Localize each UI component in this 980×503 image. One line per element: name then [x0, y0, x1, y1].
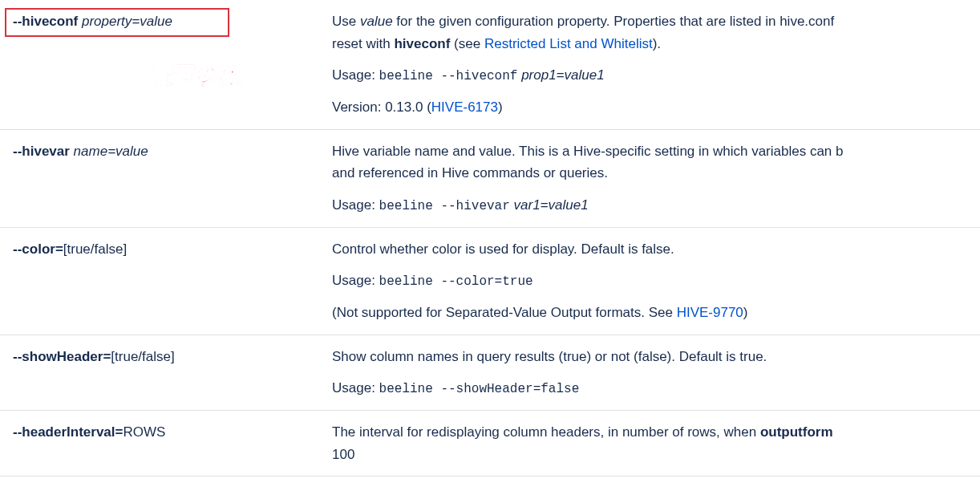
desc-line: 100: [332, 444, 966, 465]
desc-line: Hive variable name and value. This is a …: [332, 141, 966, 162]
desc-line: Control whether color is used for displa…: [332, 239, 966, 260]
table-row: --hivevar name=value Hive variable name …: [0, 129, 980, 227]
usage-line: Usage: beeline --showHeader=false: [332, 378, 966, 399]
desc-line: Show column names in query results (true…: [332, 347, 966, 367]
annotation-label: 配置参数: [152, 59, 242, 92]
usage-line: Usage: beeline --hivevar var1=value1: [332, 195, 966, 216]
desc-line: Use value for the given configuration pr…: [332, 11, 966, 32]
desc-line: reset with hiveconf (see Restricted List…: [332, 34, 966, 55]
option-name: --hiveconf: [13, 14, 78, 29]
table-row: --color=[true/false] Control whether col…: [0, 227, 980, 335]
options-table: --hiveconf property=value 配置参数 Use value…: [0, 0, 980, 477]
option-arg: [true/false]: [111, 349, 174, 364]
desc-line: and referenced in Hive commands or queri…: [332, 163, 966, 184]
link-hive-6173[interactable]: HIVE-6173: [431, 99, 498, 115]
usage-line: Usage: beeline --hiveconf prop1=value1: [332, 65, 966, 86]
option-name: --headerInterval=: [13, 424, 123, 440]
table-row: --showHeader=[true/false] Show column na…: [0, 335, 980, 411]
option-arg: ROWS: [123, 424, 165, 440]
link-hive-9770[interactable]: HIVE-9770: [677, 305, 743, 320]
option-arg: name=value: [74, 144, 148, 159]
option-name: --color=: [13, 241, 63, 257]
usage-line: Usage: beeline --color=true: [332, 270, 966, 291]
link-restricted-list[interactable]: Restricted List and Whitelist: [484, 36, 653, 51]
option-name: --showHeader=: [13, 349, 111, 364]
option-arg: [true/false]: [63, 241, 127, 257]
option-arg: property=value: [82, 14, 172, 29]
version-line: Version: 0.13.0 (HIVE-6173): [332, 97, 966, 118]
table-row: --hiveconf property=value 配置参数 Use value…: [0, 0, 980, 129]
desc-line: (Not supported for Separated-Value Outpu…: [332, 302, 966, 323]
table-row: --headerInterval=ROWS The interval for r…: [0, 411, 980, 477]
desc-line: The interval for redisplaying column hea…: [332, 422, 966, 443]
option-name: --hivevar: [13, 144, 70, 159]
